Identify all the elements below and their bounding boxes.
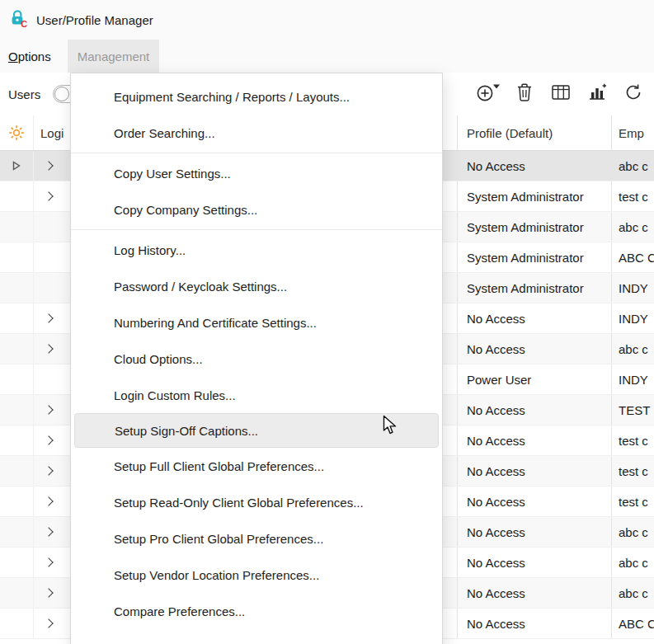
menu-bar: Options Management bbox=[0, 40, 654, 73]
profile-cell: No Access bbox=[457, 151, 611, 181]
employer-cell: abc c bbox=[611, 517, 654, 547]
menu-item-setup-sign-off-captions[interactable]: Setup Sign-Off Captions... bbox=[74, 413, 439, 448]
expand-chevron-icon[interactable] bbox=[44, 344, 53, 353]
employer-cell: test c bbox=[611, 456, 654, 486]
column-chooser-button[interactable] bbox=[548, 82, 573, 106]
employer-cell: ABC C bbox=[611, 609, 654, 638]
menu-separator bbox=[71, 153, 442, 153]
profile-cell: No Access bbox=[457, 609, 611, 638]
expand-chevron-icon[interactable] bbox=[44, 588, 53, 597]
expand-chevron-icon[interactable] bbox=[44, 496, 53, 505]
app-icon: C bbox=[8, 8, 28, 31]
chart-add-icon bbox=[587, 83, 607, 105]
menu-item-setup-read-only-client-global-preferences[interactable]: Setup Read-Only Client Global Preference… bbox=[71, 484, 442, 520]
employer-cell: abc c bbox=[611, 334, 654, 364]
menu-item-copy-user-settings[interactable]: Copy User Settings... bbox=[71, 155, 442, 191]
app-window: C User/Profile Manager Options Managemen… bbox=[0, 0, 654, 644]
profile-cell: No Access bbox=[457, 334, 611, 364]
expand-chevron-icon[interactable] bbox=[44, 313, 53, 322]
title-bar: C User/Profile Manager bbox=[0, 0, 654, 40]
svg-text:C: C bbox=[21, 19, 27, 29]
menu-item-equipment-searching[interactable]: Equipment Searching / Reports / Layouts.… bbox=[71, 78, 442, 115]
employer-cell: abc c bbox=[611, 548, 654, 577]
employer-cell: test c bbox=[611, 181, 654, 211]
expand-chevron-icon[interactable] bbox=[44, 618, 53, 628]
expand-chevron-icon[interactable] bbox=[44, 557, 53, 566]
chart-add-button[interactable] bbox=[585, 82, 609, 106]
profile-cell: No Access bbox=[457, 425, 611, 455]
add-button[interactable] bbox=[476, 82, 501, 106]
employer-cell: TEST bbox=[611, 395, 654, 425]
column-chooser-icon bbox=[551, 83, 571, 105]
menu-item-numbering-certificate-settings[interactable]: Numbering And Certificate Settings... bbox=[71, 304, 442, 341]
refresh-icon bbox=[624, 83, 642, 105]
profile-cell: No Access bbox=[457, 548, 611, 577]
window-title: User/Profile Manager bbox=[36, 13, 153, 27]
profile-cell: No Access bbox=[457, 303, 611, 333]
employer-cell: INDY bbox=[611, 364, 654, 394]
users-section-label: Users bbox=[8, 87, 40, 101]
employer-cell: abc c bbox=[611, 578, 654, 608]
column-header-employer[interactable]: Emp bbox=[611, 115, 654, 150]
menubar-item-options[interactable]: Options bbox=[8, 40, 61, 73]
menu-item-log-history[interactable]: Log History... bbox=[71, 232, 442, 268]
menubar-item-management[interactable]: Management bbox=[68, 40, 160, 73]
profile-cell: No Access bbox=[457, 456, 611, 486]
profile-cell: No Access bbox=[457, 517, 611, 547]
trash-icon bbox=[515, 82, 534, 106]
employer-cell: test c bbox=[611, 425, 654, 455]
profile-cell: System Administrator bbox=[457, 273, 611, 303]
menu-item-compare-preferences[interactable]: Compare Preferences... bbox=[71, 593, 442, 629]
profile-cell: Power User bbox=[457, 364, 611, 394]
management-dropdown-menu: Equipment Searching / Reports / Layouts.… bbox=[70, 73, 443, 644]
employer-cell: ABC C bbox=[611, 242, 654, 272]
profile-cell: System Administrator bbox=[457, 181, 611, 211]
profile-cell: No Access bbox=[457, 578, 611, 608]
menu-item-setup-pro-client-global-preferences[interactable]: Setup Pro Client Global Preferences... bbox=[71, 520, 442, 557]
menu-item-copy-company-settings[interactable]: Copy Company Settings... bbox=[71, 191, 442, 228]
employer-cell: test c bbox=[611, 487, 654, 516]
profile-cell: System Administrator bbox=[457, 212, 611, 242]
add-icon bbox=[476, 82, 501, 106]
expand-chevron-icon[interactable] bbox=[44, 405, 53, 414]
toolbar-icons bbox=[476, 73, 646, 115]
profile-cell: System Administrator bbox=[457, 242, 611, 272]
employer-cell: abc c bbox=[611, 151, 654, 181]
menu-item-setup-vendor-location-preferences[interactable]: Setup Vendor Location Preferences... bbox=[71, 557, 442, 593]
menu-separator bbox=[71, 229, 442, 230]
menu-item-order-searching[interactable]: Order Searching... bbox=[71, 115, 442, 151]
expand-chevron-icon[interactable] bbox=[44, 435, 53, 444]
menu-item-setup-full-client-global-preferences[interactable]: Setup Full Client Global Preferences... bbox=[71, 448, 442, 484]
toggle-knob bbox=[54, 87, 69, 101]
profile-cell: No Access bbox=[457, 395, 611, 425]
delete-button[interactable] bbox=[512, 82, 537, 106]
column-header-profile[interactable]: Profile (Default) bbox=[457, 115, 611, 150]
expand-chevron-icon[interactable] bbox=[44, 466, 53, 475]
profile-cell: No Access bbox=[457, 487, 611, 516]
employer-cell: abc c bbox=[611, 212, 654, 242]
expand-chevron-icon[interactable] bbox=[44, 191, 53, 200]
menu-item-login-custom-rules[interactable]: Login Custom Rules... bbox=[71, 377, 442, 413]
refresh-button[interactable] bbox=[621, 82, 646, 106]
expand-chevron-icon[interactable] bbox=[44, 161, 53, 170]
expand-chevron-icon[interactable] bbox=[44, 527, 53, 536]
menu-item-cloud-options[interactable]: Cloud Options... bbox=[71, 341, 442, 377]
employer-cell: INDY bbox=[611, 273, 654, 303]
settings-sun-icon[interactable] bbox=[0, 115, 33, 150]
employer-cell: INDY bbox=[611, 303, 654, 333]
menu-item-password-keycloak-settings[interactable]: Password / Keycloak Settings... bbox=[71, 268, 442, 304]
current-row-marker-icon bbox=[0, 151, 33, 181]
